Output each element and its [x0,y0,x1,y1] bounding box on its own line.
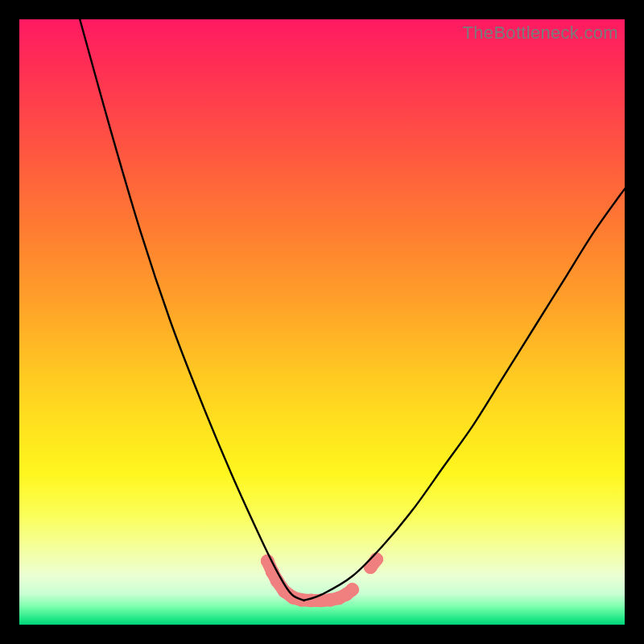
marker-cluster [261,553,382,607]
chart-frame: TheBottleneck.com [0,0,644,644]
plot-area: TheBottleneck.com [19,19,625,625]
marker-dot [370,553,383,566]
marker-dot [346,583,359,596]
left-arm-curve [80,19,303,601]
curves-svg [19,19,625,625]
right-arm-curve [303,189,625,601]
